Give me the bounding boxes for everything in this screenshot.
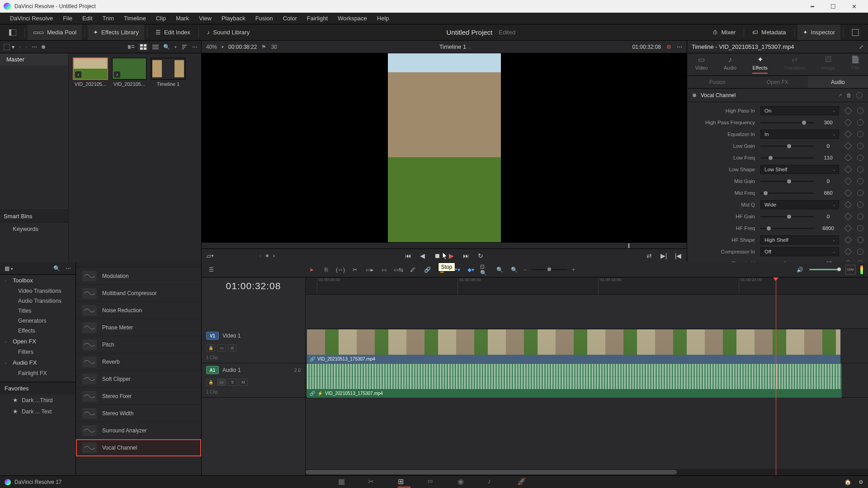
param-value[interactable]: 880	[817, 190, 839, 196]
page-cut[interactable]: ✂	[368, 477, 381, 487]
v1-tag[interactable]: V1	[206, 332, 219, 340]
replace-tool[interactable]: ▭⇆	[393, 265, 403, 275]
param-value[interactable]: 110	[817, 155, 839, 160]
page-edit[interactable]: ⊞	[398, 477, 410, 487]
fx-more-button[interactable]: ⋯	[66, 265, 71, 272]
param-slider[interactable]	[760, 145, 814, 147]
menu-mark[interactable]: Mark	[171, 14, 193, 23]
zoom-tool[interactable]: 🔍	[509, 265, 519, 275]
fx-phase-meter[interactable]: Phase Meter	[76, 319, 201, 336]
param-select[interactable]: In⌵	[760, 130, 839, 139]
reset-button[interactable]	[857, 213, 863, 220]
reset-button[interactable]	[857, 237, 863, 243]
fx-search-button[interactable]: 🔍	[53, 265, 60, 272]
reset-button[interactable]	[857, 108, 863, 114]
audio-clip[interactable]: 🔗⚡VID_20210513_175307.mp4	[307, 363, 842, 398]
keyframe-button[interactable]	[844, 166, 852, 174]
match-frame-next[interactable]: ›	[273, 253, 275, 259]
inspector-sub-openfx[interactable]: Open FX	[747, 76, 807, 88]
inspector-sub-audio[interactable]: Audio	[808, 76, 868, 88]
match-frame-button[interactable]: ⇄	[644, 251, 654, 261]
thumb-metadata-view[interactable]	[128, 44, 134, 50]
v1-autoselect[interactable]: ▭	[217, 344, 226, 352]
effect-popout[interactable]: ↗	[838, 93, 842, 98]
fx-noise-reduction[interactable]: Noise Reduction	[76, 302, 201, 319]
dynamic-trim-tool[interactable]: (↔)	[335, 265, 345, 275]
inspector-tab-audio[interactable]: ♪Audio	[720, 54, 740, 75]
menu-fairlight[interactable]: Fairlight	[302, 14, 332, 23]
timeline-ruler[interactable]: 01:00:00:0001:00:08:0001:00:16:0001:00:2…	[306, 277, 868, 295]
home-button[interactable]: 🏠	[844, 479, 851, 485]
edit-index-button[interactable]: ☰Edit Index	[150, 24, 196, 40]
full-screen-button[interactable]	[846, 24, 864, 40]
metadata-button[interactable]: 🏷Metadata	[747, 24, 791, 40]
search-button[interactable]: 🔍	[163, 44, 170, 50]
a1-tag[interactable]: A1	[206, 366, 219, 374]
link-tool[interactable]: 🔗	[422, 265, 432, 275]
expand-panel-button[interactable]	[4, 24, 22, 40]
reset-button[interactable]	[857, 166, 863, 173]
viewer-timecode[interactable]: 01:00:32:08	[632, 44, 661, 50]
param-slider[interactable]	[760, 157, 814, 159]
play-button[interactable]: ▶	[447, 251, 457, 261]
menu-timeline[interactable]: Timeline	[119, 14, 151, 23]
reset-button[interactable]	[857, 202, 863, 208]
clip-1[interactable]: ♪VID_202105...	[112, 58, 146, 87]
keyframe-button[interactable]	[844, 131, 852, 138]
flag-icon[interactable]: ⚑	[261, 44, 266, 50]
param-slider[interactable]	[760, 216, 814, 217]
fx-reverb[interactable]: Reverb	[76, 353, 201, 371]
keyframe-button[interactable]	[844, 213, 852, 221]
history-fwd-button[interactable]: ›	[25, 44, 27, 50]
param-slider[interactable]	[760, 192, 814, 194]
page-media[interactable]: ▦	[338, 477, 351, 487]
fxsub-effects[interactable]: Effects	[0, 326, 75, 336]
thumb-view[interactable]	[139, 43, 148, 51]
list-view[interactable]	[152, 44, 159, 50]
inspector-button[interactable]: ✦Inspector	[797, 24, 840, 40]
fx-soft-clipper[interactable]: Soft Clipper	[76, 371, 201, 388]
param-slider[interactable]	[760, 122, 814, 123]
menu-color[interactable]: Color	[278, 14, 302, 23]
zoom-level[interactable]: 40%	[206, 44, 217, 50]
timeline-tracks[interactable]: 01:00:00:0001:00:08:0001:00:16:0001:00:2…	[306, 277, 868, 475]
project-settings-button[interactable]: ⚙	[859, 479, 863, 485]
menu-help[interactable]: Help	[373, 14, 394, 23]
reset-button[interactable]	[857, 155, 863, 161]
fxcat-toolbox[interactable]: ⌵Toolbox	[0, 275, 75, 286]
mute-button[interactable]: 🔊	[795, 265, 805, 275]
stop-button[interactable]: ⏹	[432, 251, 442, 261]
keyframe-button[interactable]	[844, 107, 852, 115]
menu-view[interactable]: View	[194, 14, 216, 23]
reset-button[interactable]	[857, 190, 863, 196]
menu-playback[interactable]: Playback	[217, 14, 250, 23]
clip-2[interactable]: Timeline 1	[151, 58, 185, 87]
param-value[interactable]: 0	[817, 178, 839, 184]
fxsub-audiotransitions[interactable]: Audio Transitions	[0, 296, 75, 306]
keyframe-button[interactable]	[844, 201, 852, 209]
sound-library-button[interactable]: ♪Sound Library	[202, 24, 255, 40]
viewer-scrubber[interactable]	[202, 242, 687, 249]
video-clip[interactable]: 🔗VID_20210513_175307.mp4	[307, 329, 841, 363]
v1-lock[interactable]: 🔒	[206, 344, 215, 352]
step-back-button[interactable]: ◀	[418, 251, 428, 261]
timeline-timecode[interactable]: 01:00:32:08	[202, 277, 305, 295]
menu-trim[interactable]: Trim	[98, 14, 119, 23]
inspector-tab-effects[interactable]: ✦Effects	[749, 53, 771, 75]
fxsub-videotransitions[interactable]: Video Transitions	[0, 286, 75, 296]
inspector-sub-fusion[interactable]: Fusion	[687, 76, 747, 88]
clip-0[interactable]: ♪VID_202105...	[73, 58, 108, 87]
loop-button[interactable]: ↻	[476, 251, 486, 261]
effect-reset[interactable]	[856, 92, 863, 99]
pool-dropdown[interactable]: ▾	[4, 44, 14, 50]
inspector-expand-icon[interactable]: ⤢	[859, 44, 863, 50]
effect-enable-toggle[interactable]	[693, 94, 696, 97]
reset-button[interactable]	[857, 131, 863, 137]
fx-surround-analyzer[interactable]: Surround Analyzer	[76, 422, 201, 439]
menu-workspace[interactable]: Workspace	[333, 14, 372, 23]
param-slider[interactable]	[760, 181, 814, 182]
fxsub-titles[interactable]: Titles	[0, 306, 75, 316]
keyframe-button[interactable]	[844, 189, 852, 197]
media-pool-button[interactable]: ▭▭Media Pool	[28, 24, 82, 40]
effects-library-button[interactable]: ✦Effects Library	[88, 24, 144, 40]
